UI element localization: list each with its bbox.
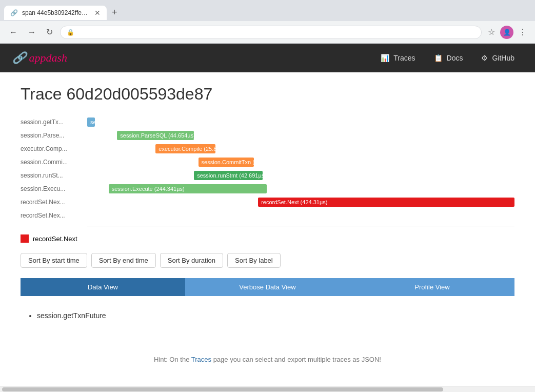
trace-bar-area xyxy=(87,210,514,221)
bar-label: session.ParseSQL (44.654µs) xyxy=(120,132,195,139)
trace-label: session.getTx... xyxy=(21,119,87,126)
trace-bar-area: session.getTxnFuture (5.62µs) xyxy=(87,117,514,127)
tab-close-button[interactable]: ✕ xyxy=(94,9,101,17)
trace-bar[interactable]: session.ParseSQL (44.654µs) xyxy=(117,131,194,140)
trace-container: session.getTx... session.getTxnFuture (5… xyxy=(21,116,514,226)
trace-bar[interactable]: session.CommitTxn (7.314µs) xyxy=(199,158,254,167)
trace-label: recordSet.Nex... xyxy=(21,199,87,206)
bar-label: session.CommitTxn (7.314µs) xyxy=(202,159,276,165)
data-view-content: session.getTxnFuture xyxy=(21,306,514,325)
hint-prefix: Hint: On the xyxy=(154,356,191,363)
trace-row: session.getTx... session.getTxnFuture (5… xyxy=(21,116,514,128)
toolbar-right: ☆ 👤 ⋮ xyxy=(486,25,529,39)
nav-traces[interactable]: 📊 Traces xyxy=(372,50,423,66)
trace-divider xyxy=(87,226,514,226)
user-avatar: 👤 xyxy=(500,26,513,39)
active-tab: 🔗 span 44e5b309242ffe2f - ✕ xyxy=(4,6,107,20)
tab-profile-view[interactable]: Profile View xyxy=(350,278,514,296)
tab-verbose-data-view-label: Verbose Data View xyxy=(239,283,295,291)
browser-chrome: 🔗 span 44e5b309242ffe2f - ✕ + ← → ↻ 🔒 lo… xyxy=(0,0,535,44)
tab-profile-view-label: Profile View xyxy=(414,283,449,291)
reload-button[interactable]: ↻ xyxy=(43,25,56,39)
browser-toolbar: ← → ↻ 🔒 localhost:10080/web/trace/view ☆… xyxy=(0,21,535,43)
nav-github-label: GitHub xyxy=(492,54,514,62)
trace-bar-area: executor.Compile (25.859µs) xyxy=(87,144,514,154)
new-tab-button[interactable]: + xyxy=(107,4,123,21)
trace-bar-area: session.Execute (244.341µs) xyxy=(87,184,514,194)
logo-icon: 🔗 xyxy=(12,51,26,64)
traces-icon: 📊 xyxy=(381,54,389,62)
trace-bar[interactable]: session.runStmt (42.691µs) xyxy=(194,171,262,180)
legend: recordSet.Next xyxy=(21,234,514,243)
sort-start-button[interactable]: Sort By start time xyxy=(21,253,87,268)
browser-tabs: 🔗 span 44e5b309242ffe2f - ✕ + xyxy=(0,0,535,21)
hint-traces-link[interactable]: Traces xyxy=(191,356,211,363)
trace-label: session.Parse... xyxy=(21,132,87,139)
docs-icon: 📋 xyxy=(434,54,443,62)
horizontal-scrollbar[interactable] xyxy=(0,386,535,392)
main-content: Trace 60d20d005593de87 session.getTx... … xyxy=(0,72,535,386)
trace-row: session.Parse... session.ParseSQL (44.65… xyxy=(21,129,514,142)
trace-row: session.Commi... session.CommitTxn (7.31… xyxy=(21,156,514,168)
bar-label: session.getTxnFuture (5.62µs) xyxy=(90,119,167,125)
hint-text: Hint: On the Traces page you can select … xyxy=(21,356,514,374)
tab-favicon: 🔗 xyxy=(10,9,18,16)
trace-row: recordSet.Nex... xyxy=(21,209,514,222)
nav-traces-label: Traces xyxy=(393,54,415,62)
nav-docs-label: Docs xyxy=(447,54,463,62)
trace-row: recordSet.Nex... recordSet.Next (424.31µ… xyxy=(21,196,514,208)
tab-data-view-label: Data View xyxy=(88,283,118,291)
back-button[interactable]: ← xyxy=(6,26,21,39)
tab-title: span 44e5b309242ffe2f - xyxy=(22,9,90,16)
trace-row: session.Execu... session.Execute (244.34… xyxy=(21,183,514,195)
app-header: 🔗 appdash 📊 Traces 📋 Docs ⚙ GitHub xyxy=(0,44,535,72)
sort-buttons: Sort By start time Sort By end time Sort… xyxy=(21,253,514,268)
trace-row: executor.Comp... executor.Compile (25.85… xyxy=(21,143,514,155)
bar-label: executor.Compile (25.859µs) xyxy=(158,146,231,152)
trace-label: session.runSt... xyxy=(21,172,87,179)
app-logo: 🔗 appdash xyxy=(12,51,372,65)
app-nav: 📊 Traces 📋 Docs ⚙ GitHub xyxy=(372,50,523,66)
list-item: session.getTxnFuture xyxy=(37,310,514,321)
hint-suffix: page you can select and export multiple … xyxy=(211,356,381,363)
sort-label-button[interactable]: Sort By label xyxy=(227,253,281,268)
github-icon: ⚙ xyxy=(481,54,488,62)
nav-github[interactable]: ⚙ GitHub xyxy=(473,50,523,66)
forward-button[interactable]: → xyxy=(25,26,39,39)
page-title: Trace 60d20d005593de87 xyxy=(21,85,514,104)
legend-color xyxy=(21,234,29,243)
tab-data-view[interactable]: Data View xyxy=(21,278,185,296)
trace-label: session.Commi... xyxy=(21,159,87,166)
bar-label: session.runStmt (42.691µs) xyxy=(197,172,266,179)
trace-bar[interactable]: session.Execute (244.341µs) xyxy=(109,184,267,193)
nav-docs[interactable]: 📋 Docs xyxy=(426,50,471,66)
bookmark-button[interactable]: ☆ xyxy=(486,25,497,39)
trace-bar-area: session.runStmt (42.691µs) xyxy=(87,170,514,181)
trace-bar[interactable]: recordSet.Next (424.31µs) xyxy=(258,198,514,207)
trace-label: session.Execu... xyxy=(21,185,87,192)
trace-row: session.runSt... session.runStmt (42.691… xyxy=(21,169,514,182)
legend-label: recordSet.Next xyxy=(33,235,77,243)
address-bar: 🔒 localhost:10080/web/trace/view xyxy=(60,26,482,39)
bar-label: session.Execute (244.341µs) xyxy=(112,186,185,192)
tab-verbose-data-view[interactable]: Verbose Data View xyxy=(185,278,350,296)
trace-bar[interactable]: executor.Compile (25.859µs) xyxy=(155,144,215,153)
trace-bar-area: recordSet.Next (424.31µs) xyxy=(87,197,514,207)
menu-button[interactable]: ⋮ xyxy=(517,25,529,39)
scrollbar-thumb[interactable] xyxy=(2,387,443,391)
trace-bar-area: session.CommitTxn (7.314µs) xyxy=(87,157,514,167)
sort-duration-button[interactable]: Sort By duration xyxy=(160,253,223,268)
sort-end-button[interactable]: Sort By end time xyxy=(91,253,156,268)
url-input[interactable]: localhost:10080/web/trace/view xyxy=(78,28,475,36)
logo-text: appdash xyxy=(29,51,68,64)
trace-bar[interactable]: session.getTxnFuture (5.62µs) xyxy=(87,117,95,127)
bar-label: recordSet.Next (424.31µs) xyxy=(261,199,327,205)
data-tabs: Data View Verbose Data View Profile View xyxy=(21,278,514,296)
data-items-list: session.getTxnFuture xyxy=(21,310,514,321)
trace-bar-area: session.ParseSQL (44.654µs) xyxy=(87,130,514,141)
trace-label: recordSet.Nex... xyxy=(21,212,87,219)
trace-label: executor.Comp... xyxy=(21,145,87,152)
lock-icon: 🔒 xyxy=(67,29,74,36)
